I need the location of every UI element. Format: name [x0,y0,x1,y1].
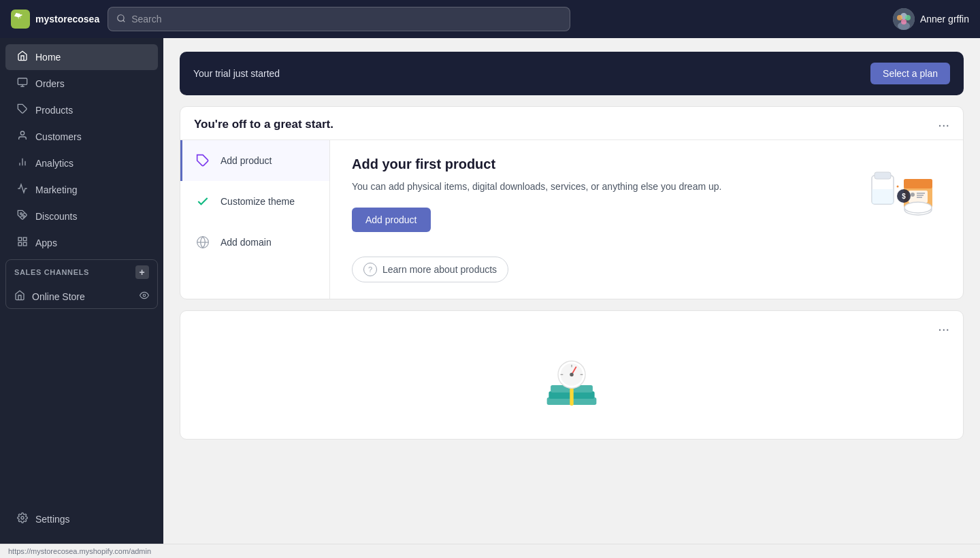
svg-point-21 [21,516,24,519]
svg-rect-16 [18,237,22,241]
online-store-label: Online Store [32,291,85,302]
sidebar-item-label-customers: Customers [35,131,82,142]
settings-icon [16,512,29,526]
store-name: mystorecosea [35,14,99,24]
discounts-icon [16,210,29,223]
svg-point-5 [905,15,911,20]
sidebar-item-label-marketing: Marketing [35,184,77,195]
setup-card-header: You're off to a great start. ··· [180,107,963,140]
sidebar-item-customers[interactable]: Customers [5,124,158,150]
sidebar-item-marketing[interactable]: Marketing [5,177,158,203]
step-content-footer: ? Learn more about products [352,246,941,282]
sales-channels-section: SALES CHANNELS + Online Store [5,259,158,309]
help-icon: ? [363,263,377,276]
steps-list: Add product Customize theme [180,140,330,299]
step-icon-customize-theme [193,192,212,211]
steps-layout: Add product Customize theme [180,140,963,299]
search-bar[interactable]: Search [108,7,570,31]
sidebar-item-label-orders: Orders [35,78,65,89]
settings-label: Settings [35,514,70,525]
svg-point-0 [118,14,124,20]
step-item-customize-theme[interactable]: Customize theme [180,181,329,222]
topnav-right: Anner grffin [893,8,969,30]
step-item-add-domain[interactable]: Add domain [180,222,329,263]
step-label-add-product: Add product [220,155,272,166]
svg-point-4 [897,15,902,20]
sidebar-item-analytics[interactable]: Analytics [5,150,158,176]
sidebar-item-label-products: Products [35,105,73,116]
sidebar-item-apps[interactable]: Apps [5,230,158,256]
svg-text:$: $ [902,193,906,200]
store-logo[interactable]: mystorecosea [11,10,99,29]
sidebar-item-label-apps: Apps [35,237,57,248]
learn-more-button[interactable]: ? Learn more about products [352,257,508,282]
svg-point-28 [911,193,915,197]
svg-point-50 [570,373,573,376]
second-card: ··· [180,310,964,440]
svg-point-13 [20,213,22,215]
second-card-more-button[interactable]: ··· [938,322,949,335]
svg-rect-27 [909,191,928,203]
sidebar-item-settings[interactable]: Settings [5,506,158,532]
select-plan-button[interactable]: Select a plan [870,63,950,84]
second-card-content [180,344,963,439]
sidebar-item-label-home: Home [35,52,61,63]
svg-point-6 [901,19,906,24]
products-icon [16,103,29,117]
trial-banner: Your trial just started Select a plan [180,52,964,95]
second-card-header: ··· [180,311,963,344]
sidebar-item-label-analytics: Analytics [35,158,74,169]
svg-rect-17 [23,237,27,241]
sidebar-item-discounts[interactable]: Discounts [5,203,158,229]
add-sales-channel-button[interactable]: + [135,265,149,279]
main-content: Your trial just started Select a plan Yo… [163,38,980,544]
svg-line-15 [20,213,24,216]
apps-icon [16,236,29,250]
step-content-text: Add your first product You can add physi… [352,157,850,232]
eye-icon[interactable] [140,291,149,302]
svg-point-32 [897,185,899,187]
sidebar-item-home[interactable]: Home [5,44,158,70]
svg-point-37 [904,202,932,213]
user-name[interactable]: Anner grffin [920,14,969,24]
marketing-icon [16,183,29,197]
sidebar-item-orders[interactable]: Orders [5,71,158,97]
svg-point-9 [20,131,24,135]
sidebar-item-label-discounts: Discounts [35,211,77,222]
sales-channels-label: SALES CHANNELS [14,268,89,276]
main-layout: Home Orders Products [0,38,980,544]
svg-point-20 [143,294,146,297]
sidebar: Home Orders Products [0,38,163,544]
sidebar-item-online-store[interactable]: Online Store [6,284,157,308]
trial-text: Your trial just started [193,68,280,79]
sidebar-item-products[interactable]: Products [5,97,158,123]
svg-rect-34 [875,172,891,179]
status-url: https://mystorecosea.myshopify.com/admin [8,547,151,555]
sales-channels-header: SALES CHANNELS + [6,260,157,284]
shopify-icon [11,10,30,29]
setup-card-title: You're off to a great start. [194,118,333,131]
svg-rect-18 [18,242,22,246]
step-item-add-product[interactable]: Add product [180,140,329,181]
product-illustration: $ [866,157,941,218]
step-label-add-domain: Add domain [220,237,272,248]
svg-rect-7 [18,78,27,84]
setup-card-more-button[interactable]: ··· [938,118,949,131]
search-placeholder: Search [131,14,161,24]
svg-rect-35 [872,189,894,204]
sidebar-nav: Home Orders Products [0,44,163,257]
step-icon-add-product [193,151,212,170]
avatar[interactable] [893,8,915,30]
setup-card: You're off to a great start. ··· Add [180,106,964,299]
online-store-icon [14,290,25,303]
search-icon [116,14,126,25]
top-navigation: mystorecosea Search Anner grffin [0,0,980,38]
analytics-icon [16,157,29,170]
add-product-button[interactable]: Add product [352,208,431,232]
learn-more-label: Learn more about products [382,264,497,275]
svg-rect-19 [23,242,27,246]
sidebar-bottom: Settings [0,500,163,538]
svg-rect-26 [904,179,932,188]
step-content: Add your first product You can add physi… [330,140,963,299]
statusbar: https://mystorecosea.myshopify.com/admin [0,544,980,558]
